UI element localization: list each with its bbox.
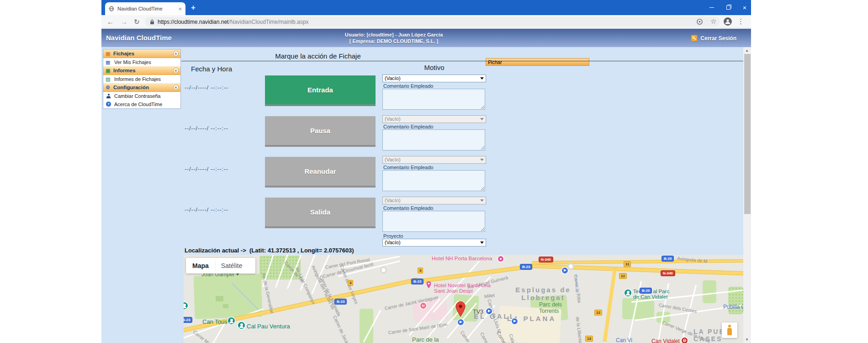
poi-label-hotel-novotel: Hotel Novotel Barcelona Sant Joan Despí xyxy=(434,283,491,294)
window-close-icon[interactable]: × xyxy=(743,5,746,11)
help-question-icon: ? xyxy=(106,102,111,107)
sidebar-item-label: Ver Mis Fichajes xyxy=(114,59,151,65)
entrada-comment-textarea[interactable] xyxy=(382,89,485,110)
user-info: Usuario: [cloudtime] - Juan López García… xyxy=(293,32,494,44)
bookmark-star-icon[interactable]: ☆ xyxy=(710,17,716,26)
salida-motivo-select[interactable]: (Vacío) xyxy=(382,197,486,204)
pausa-motivo-select[interactable]: (Vacío) xyxy=(382,115,486,123)
window-controls: × xyxy=(709,0,746,15)
pausa-comment-textarea[interactable] xyxy=(382,129,485,150)
entrada-motivo-select[interactable]: (Vacío) xyxy=(382,75,486,82)
map-roundabout xyxy=(380,267,387,273)
salida-button[interactable]: Salida xyxy=(265,198,376,228)
street-view-pegman-control[interactable] xyxy=(722,322,737,338)
browser-menu-icon[interactable]: ⋮ xyxy=(737,17,744,26)
reanudar-datetime: --/--/----/ --:--:-- xyxy=(185,166,244,172)
browser-tab[interactable]: Navidian CloudTime × xyxy=(105,2,185,15)
company-line: [ Empresa: DEMO CLOUDTIME, S.L. ] xyxy=(293,38,494,44)
location-coords: (Latit: 41.372513 , Longit= 2.0757603) xyxy=(249,247,354,254)
select-value: (Vacío) xyxy=(385,240,401,245)
minimize-icon[interactable] xyxy=(709,7,714,8)
page-scrollbar[interactable]: ▲ ▼ xyxy=(743,47,751,343)
embedded-map[interactable]: Av. de la Generalitat Carrer de Tor Av. … xyxy=(184,255,743,343)
forward-icon[interactable]: → xyxy=(121,18,127,26)
person-icon xyxy=(106,94,111,98)
transit-icon xyxy=(458,319,464,325)
salida-comment-textarea[interactable] xyxy=(382,211,485,232)
select-value: (Vacío) xyxy=(385,157,401,162)
scroll-up-icon[interactable]: ▲ xyxy=(745,48,749,53)
select-value: (Vacío) xyxy=(385,198,401,203)
back-icon[interactable]: ← xyxy=(107,18,114,26)
gear-icon: ⚙ xyxy=(106,85,110,90)
sidebar-section-informes[interactable]: ▣ Informes « xyxy=(103,66,180,75)
lock-icon xyxy=(150,19,154,25)
road-badge-b20: B-20 xyxy=(640,288,652,294)
profile-avatar[interactable] xyxy=(724,17,732,26)
sidebar-section-fichajes[interactable]: ▣ Fichajes « xyxy=(103,49,180,58)
reload-icon[interactable]: ↻ xyxy=(134,18,140,26)
project-label: Proyecto xyxy=(383,233,403,239)
collapse-chevron-icon[interactable]: « xyxy=(173,51,179,56)
report-sheet-icon: ▨ xyxy=(106,76,110,82)
street-label: Carrer Major xyxy=(192,329,216,343)
url-path: /NavidianCloudTime/mainlb.aspx xyxy=(228,19,308,25)
road-badge-b23: B-23 xyxy=(411,279,423,284)
exit-badge-11: 11 xyxy=(624,261,631,267)
comment-label: Comentario Empleado xyxy=(383,205,433,211)
app-title: Navidian CloudTime xyxy=(106,34,172,42)
section-title: Fichajes xyxy=(113,51,134,56)
pausa-button[interactable]: Pausa xyxy=(265,116,376,147)
app-header: Navidian CloudTime Usuario: [cloudtime] … xyxy=(101,28,751,47)
screenshot-canvas: Navidian CloudTime × + × ← → ↻ https://c… xyxy=(0,0,868,343)
chevron-down-icon xyxy=(480,118,484,120)
user-line: Usuario: [cloudtime] - Juan López García xyxy=(293,32,494,38)
location-marker-pin xyxy=(455,301,466,317)
tab-close-icon[interactable]: × xyxy=(178,6,182,12)
pegman-icon xyxy=(727,325,732,336)
proyecto-select[interactable]: (Vacío) xyxy=(382,239,486,247)
street-label: de la Llibertat xyxy=(575,316,583,343)
sidebar-item-acerca-de-cloudtime[interactable]: ? Acerca de CloudTime xyxy=(103,100,180,108)
sidebar-item-cambiar-contrasena[interactable]: Cambiar Contraseña xyxy=(103,92,180,100)
chevron-down-icon xyxy=(480,77,484,80)
collapse-chevron-icon[interactable]: « xyxy=(173,68,179,73)
restore-icon[interactable] xyxy=(726,5,730,10)
scroll-down-icon[interactable]: ▼ xyxy=(745,338,749,342)
hotel-pin-icon xyxy=(426,281,431,289)
select-value: (Vacío) xyxy=(385,75,401,81)
scrollbar-thumb[interactable] xyxy=(744,54,751,214)
exit-badge-13: 13 xyxy=(585,336,593,342)
sidebar-section-configuracion[interactable]: ⚙ Configuración « xyxy=(103,83,180,92)
map-button[interactable]: Mapa xyxy=(186,262,215,269)
street-label: Carrer de Jacint Verdaguer xyxy=(332,315,360,343)
chevron-down-icon xyxy=(480,241,484,244)
address-bar[interactable]: https://cloudtime.navidian.net/NavidianC… xyxy=(145,17,720,27)
satellite-button[interactable]: Satélite xyxy=(215,261,248,271)
entrada-button[interactable]: Entrada xyxy=(265,75,376,106)
sidebar-item-informes-de-fichajes[interactable]: ▨ Informes de Fichajes xyxy=(103,75,180,83)
map-park-building xyxy=(223,304,228,308)
reanudar-button[interactable]: Reanudar xyxy=(265,157,376,188)
chevron-down-icon xyxy=(480,159,484,161)
street-label: Carrer del Gall xyxy=(479,332,498,343)
sidebar-item-fichar[interactable]: ✔ Fichar xyxy=(486,58,589,66)
map-park-building xyxy=(216,296,223,301)
logout-label: Cerrar Sesión xyxy=(700,35,736,42)
exit-badge-12: 12 xyxy=(619,273,627,279)
page-title: Marque la acción de Fichaje xyxy=(181,52,455,60)
hotel-icon xyxy=(498,256,503,262)
logout-button[interactable]: Cerrar Sesión xyxy=(691,35,736,42)
select-value: (Vacío) xyxy=(385,116,401,122)
key-icon xyxy=(691,35,698,42)
new-tab-button[interactable]: + xyxy=(191,3,196,12)
send-to-device-icon[interactable] xyxy=(696,18,703,25)
collapse-chevron-icon[interactable]: « xyxy=(173,85,179,90)
sidebar-item-ver-mis-fichajes[interactable]: ▦ Ver Mis Fichajes xyxy=(103,58,180,66)
reanudar-comment-textarea[interactable] xyxy=(382,170,485,191)
poi-label-cal-pau-ventura: Cal Pau Ventura xyxy=(247,323,290,330)
chevron-down-icon xyxy=(480,199,484,202)
list-grid-icon: ▦ xyxy=(106,59,110,65)
road-badge-b20: B-20 xyxy=(662,256,674,262)
reanudar-motivo-select[interactable]: (Vacío) xyxy=(382,156,486,164)
